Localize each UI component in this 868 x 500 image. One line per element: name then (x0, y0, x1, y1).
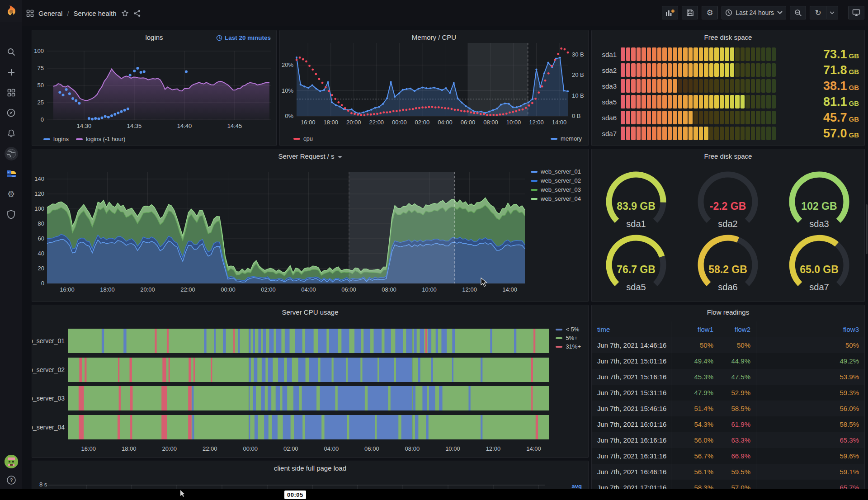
memory-cpu-chart[interactable]: 20%10%0%30 B20 B10 B0 B16:0018:0020:0022… (280, 30, 589, 146)
svg-text:sda1: sda1 (626, 219, 646, 229)
star-icon[interactable] (121, 9, 129, 17)
legend-item[interactable]: web_server_04 (531, 195, 581, 202)
cpu-dot (467, 110, 469, 113)
panel-title[interactable]: Flow readings (592, 308, 864, 316)
time-range-picker[interactable]: Last 24 hours (722, 6, 786, 19)
disk-bargauge-rows: sda173.1GBsda271.8GBsda338.1GBsda581.1GB… (597, 47, 859, 142)
column-header-flow2[interactable]: flow2 (719, 321, 756, 337)
scrollbar-thumb[interactable] (866, 204, 868, 254)
sidebar-dashboards[interactable] (0, 82, 22, 103)
server-requests-chart[interactable]: 14012010080604020016:0018:0020:0022:0000… (32, 149, 589, 302)
column-header-flow3[interactable]: flow3 (756, 325, 864, 333)
panel-flow-readings: Flow readings timeflow1flow2flow3Jun 7th… (591, 305, 865, 497)
cpu-dot (509, 111, 511, 113)
cpu-dot (373, 113, 375, 115)
sidebar-search[interactable] (0, 42, 22, 62)
cpu-dot (354, 113, 356, 115)
legend-label: 5%+ (566, 335, 577, 341)
table-row[interactable]: Jun 7th, 2021 16:46:1656.1%59.5%59.1% (592, 464, 864, 480)
sidebar-alerting[interactable] (0, 123, 22, 143)
cycle-view-mode-button[interactable] (848, 6, 864, 19)
cpu-dot (376, 113, 378, 115)
sidebar-help[interactable]: ? (0, 475, 22, 486)
apps-grid-icon[interactable] (26, 9, 34, 17)
legend-item[interactable]: 5%+ (556, 335, 577, 341)
add-panel-button[interactable] (662, 6, 678, 19)
table-row[interactable]: Jun 7th, 2021 16:16:1656.0%63.3%65.3% (592, 432, 864, 448)
cell-flow2: 58.5% (719, 401, 756, 416)
cpu-usage-timeline[interactable]: web_server_01web_server_02web_server_03w… (32, 305, 589, 458)
svg-text:10:00: 10:00 (445, 445, 460, 452)
table-row[interactable]: Jun 7th, 2021 16:31:1656.7%66.9%59.6% (592, 448, 864, 464)
breadcrumb-folder[interactable]: General (38, 9, 62, 17)
panel-title[interactable]: Free disk space (592, 152, 864, 160)
column-header-time[interactable]: time (592, 321, 671, 337)
sidebar-server-admin[interactable] (0, 204, 22, 225)
zoom-out-button[interactable] (790, 6, 806, 19)
grafana-logo[interactable] (0, 0, 22, 22)
table-row[interactable]: Jun 7th, 2021 16:01:1654.3%61.9%58.5% (592, 416, 864, 432)
table-header: timeflow1flow2flow3 (592, 321, 864, 337)
disk-value: 81.1GB (776, 95, 859, 109)
cell-flow2: 50% (719, 337, 756, 353)
sidebar-explore[interactable] (0, 103, 22, 123)
gauge-value-arc (792, 175, 846, 221)
sidebar-create[interactable] (0, 62, 22, 82)
cpu-dot (357, 113, 359, 116)
panel-title[interactable]: Free disk space (592, 33, 864, 41)
breadcrumb-dashboard[interactable]: Service health (74, 9, 117, 17)
sidebar-plugin-colored[interactable] (0, 164, 22, 184)
table-row[interactable]: Jun 7th, 2021 15:01:1649.4%44.9%49.2% (592, 353, 864, 369)
svg-text:-2.2 GB: -2.2 GB (710, 200, 746, 212)
legend-item[interactable]: web_server_01 (531, 168, 581, 175)
cpu-dot (454, 108, 456, 111)
legend-color-dash (551, 138, 557, 140)
table-row[interactable]: Jun 7th, 2021 15:31:1647.9%52.9%59.3% (592, 385, 864, 401)
svg-text:76.7 GB: 76.7 GB (617, 264, 656, 275)
cell-time: Jun 7th, 2021 15:01:16 (592, 353, 671, 369)
dashboard-settings-button[interactable]: ⚙ (702, 6, 718, 19)
legend-item[interactable]: 31%+ (556, 343, 581, 350)
panel-title[interactable]: client side full page load (32, 464, 588, 472)
share-icon[interactable] (133, 9, 141, 17)
legend-item[interactable]: web_server_03 (531, 186, 581, 193)
legend-item[interactable]: logins (-1 hour) (76, 136, 125, 142)
save-dashboard-button[interactable] (682, 6, 698, 19)
time-override-badge[interactable]: Last 20 minutes (216, 34, 271, 41)
svg-text:04:00: 04:00 (438, 119, 453, 126)
logins-chart[interactable]: 100755025014:3014:3514:4014:45 (32, 30, 277, 146)
sidebar-plugin-worldmap[interactable] (0, 143, 22, 164)
table-row[interactable]: Jun 7th, 2021 14:46:1650%50%50% (592, 337, 864, 353)
disk-gauges[interactable]: 83.9 GBsda1-2.2 GBsda2102 GBsda376.7 GBs… (592, 149, 865, 302)
refresh-icon: ↻ (815, 9, 821, 17)
column-header-flow1[interactable]: flow1 (671, 321, 719, 337)
cpu-dot (544, 80, 547, 82)
user-avatar[interactable] (5, 455, 18, 468)
table-row[interactable]: Jun 7th, 2021 15:46:1651.4%58.5%56.0% (592, 401, 864, 416)
svg-text:14:40: 14:40 (177, 123, 192, 129)
cpu-dot (367, 113, 369, 116)
cpu-dot (347, 109, 349, 112)
legend-item[interactable]: cpu (293, 135, 313, 142)
legend-color-dash (531, 189, 538, 191)
legend-color-dash (531, 171, 538, 173)
svg-text:120: 120 (34, 190, 44, 197)
legend-color-dash (293, 138, 300, 140)
refresh-button[interactable]: ↻ (810, 6, 826, 19)
cpu-dot (450, 108, 453, 110)
svg-text:0: 0 (41, 116, 44, 123)
cell-flow3: 59.1% (756, 468, 864, 476)
panel-server-cpu-usage: Server CPU usage web_server_01web_server… (32, 305, 589, 458)
legend-item[interactable]: logins (43, 136, 69, 142)
legend-item[interactable]: memory (551, 135, 582, 142)
panel-title[interactable]: Server Request / s (32, 152, 588, 160)
legend-item[interactable]: < 5% (556, 326, 579, 333)
cell-time: Jun 7th, 2021 16:46:16 (592, 464, 671, 480)
panel-title[interactable]: Server CPU usage (32, 308, 588, 316)
refresh-interval-dropdown[interactable] (826, 6, 838, 19)
svg-text:02:00: 02:00 (261, 286, 276, 293)
panel-title[interactable]: Memory / CPU (280, 33, 588, 41)
table-row[interactable]: Jun 7th, 2021 15:16:1645.3%47.5%53.9% (592, 369, 864, 385)
sidebar-configuration[interactable]: ⚙ (0, 184, 22, 204)
legend-item[interactable]: web_server_02 (531, 177, 581, 184)
